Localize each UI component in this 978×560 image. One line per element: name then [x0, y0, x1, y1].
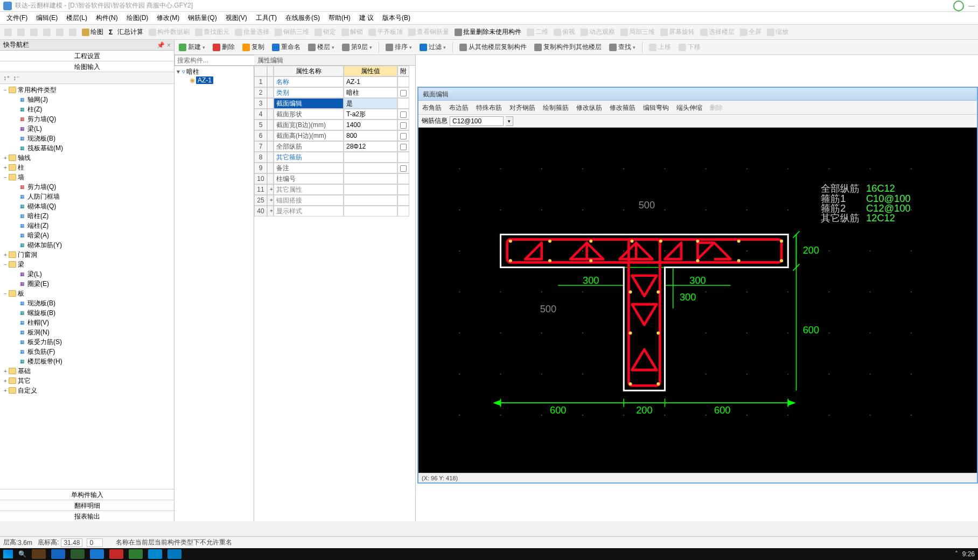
search-input[interactable] — [174, 55, 261, 66]
prop-value[interactable] — [344, 152, 397, 163]
subtoolbar-新建[interactable]: 新建▾ — [177, 41, 207, 53]
minimize-icon[interactable]: — — [968, 2, 975, 10]
section-tab[interactable]: 端头伸缩 — [673, 101, 706, 114]
tree-node[interactable]: ▦端柱(Z) — [0, 221, 174, 230]
bottom-tab[interactable]: 翻样明细 — [0, 500, 174, 510]
subtoolbar-复制[interactable]: 复制 — [240, 41, 267, 53]
prop-value[interactable] — [344, 163, 397, 173]
close-panel-icon[interactable]: × — [167, 41, 171, 49]
prop-value[interactable]: 800 — [344, 130, 397, 141]
section-tab[interactable]: 特殊布筋 — [472, 101, 506, 114]
task-app-7[interactable] — [148, 549, 162, 559]
prop-value[interactable]: AZ-1 — [344, 76, 397, 87]
tray-up-icon[interactable]: ˄ — [955, 550, 958, 558]
task-app-3[interactable] — [71, 549, 85, 559]
subtoolbar-查找[interactable]: 查找▾ — [607, 41, 638, 53]
prop-checkbox[interactable] — [397, 173, 409, 184]
tree-node[interactable]: ▦柱(Z) — [0, 104, 174, 114]
subtoolbar-排序[interactable]: 排序▾ — [383, 41, 414, 53]
tree-node[interactable]: ▦轴网(J) — [0, 95, 174, 104]
toolbar-item[interactable]: 绘图 — [80, 26, 106, 38]
prop-checkbox[interactable] — [397, 109, 409, 120]
property-grid[interactable]: 属性名称属性值附1名称AZ-12类别暗柱3截面编辑是4截面形状T-a2形5截面宽… — [254, 66, 415, 216]
extra-field[interactable]: 0 — [87, 538, 103, 547]
section-canvas[interactable]: 200 600 300 300 300 600 200 600 500 500 … — [418, 128, 977, 473]
tree-node[interactable]: −梁 — [0, 260, 174, 269]
subtoolbar-楼层[interactable]: 楼层▾ — [306, 41, 337, 53]
menu-item[interactable]: 视图(V) — [221, 13, 252, 23]
section-tab[interactable]: 布角筋 — [418, 101, 445, 114]
section-tab[interactable]: 编辑弯钩 — [639, 101, 673, 114]
section-tab[interactable]: 修改箍筋 — [606, 101, 639, 114]
tree-node[interactable]: ▦现浇板(B) — [0, 134, 174, 143]
mid-root[interactable]: 暗柱 — [186, 67, 199, 76]
tree-node[interactable]: ▦砌体墙(Q) — [0, 201, 174, 211]
tree-node[interactable]: −墙 — [0, 172, 174, 182]
subtoolbar-从其他楼层复制构件[interactable]: 从其他楼层复制构件 — [457, 41, 529, 53]
tree-node[interactable]: +自定义 — [0, 386, 174, 395]
tree-node[interactable]: ▦柱帽(V) — [0, 318, 174, 327]
prop-value[interactable]: 28Φ12 — [344, 141, 397, 152]
windows-taskbar[interactable]: 🔍 ˄ 9:26 — [0, 548, 978, 560]
prop-checkbox[interactable] — [397, 195, 409, 206]
prop-value[interactable]: 暗柱 — [344, 87, 397, 98]
prop-expand[interactable]: + — [267, 206, 274, 216]
tree-node[interactable]: +柱 — [0, 163, 174, 172]
tree-node[interactable]: ▦暗梁(A) — [0, 230, 174, 240]
subtoolbar-重命名[interactable]: 重命名 — [270, 41, 303, 53]
tree-node[interactable]: ▦梁(L) — [0, 269, 174, 279]
prop-checkbox[interactable] — [397, 163, 409, 173]
tree-node[interactable]: ▦现浇板(B) — [0, 298, 174, 308]
menu-item[interactable]: 绘图(D) — [122, 13, 153, 23]
section-tab[interactable]: 绘制箍筋 — [539, 101, 572, 114]
prop-value[interactable]: 是 — [344, 98, 397, 109]
prop-checkbox[interactable] — [397, 206, 409, 216]
subtoolbar-第9层[interactable]: 第9层▾ — [340, 41, 374, 53]
bottom-tab[interactable]: 单构件输入 — [0, 489, 174, 500]
menu-item[interactable]: 帮助(H) — [324, 13, 355, 23]
subtoolbar-删除[interactable]: 删除 — [211, 41, 237, 53]
start-icon[interactable] — [3, 550, 13, 558]
tree-node[interactable]: ▦剪力墙(Q) — [0, 182, 174, 192]
tab-project-settings[interactable]: 工程设置 — [0, 51, 174, 61]
prop-checkbox[interactable] — [397, 141, 409, 152]
tree-node[interactable]: ▦板负筋(F) — [0, 347, 174, 356]
prop-value[interactable]: 1400 — [344, 120, 397, 130]
prop-value[interactable]: T-a2形 — [344, 109, 397, 120]
task-app-1[interactable] — [32, 549, 46, 559]
task-app-6[interactable] — [129, 549, 143, 559]
tree-node[interactable]: ▦人防门框墙 — [0, 192, 174, 201]
tree-node[interactable]: ▦剪力墙(Q) — [0, 114, 174, 124]
menu-item[interactable]: 文件(F) — [2, 13, 32, 23]
prop-checkbox[interactable] — [397, 76, 409, 87]
section-tab[interactable]: 修改纵筋 — [572, 101, 606, 114]
prop-value[interactable] — [344, 206, 397, 216]
toolbar-item[interactable]: Σ汇总计算 — [107, 26, 145, 38]
mid-selected[interactable]: AZ-1 — [196, 76, 213, 84]
bottom-elev-value[interactable]: 31.48 — [61, 538, 82, 547]
task-app-4[interactable] — [90, 549, 104, 559]
component-tree[interactable]: −常用构件类型▦轴网(J)▦柱(Z)▦剪力墙(Q)▦梁(L)▦现浇板(B)▦筏板… — [0, 84, 174, 489]
tree-node[interactable]: ▦板洞(N) — [0, 327, 174, 337]
rebar-input[interactable] — [450, 116, 504, 126]
prop-checkbox[interactable] — [397, 130, 409, 141]
tree-node[interactable]: ▦螺旋板(B) — [0, 308, 174, 318]
subtoolbar-过滤[interactable]: 过滤▾ — [417, 41, 448, 53]
section-tab[interactable]: 布边筋 — [445, 101, 472, 114]
menu-item[interactable]: 在线服务(S) — [281, 13, 324, 23]
tree-node[interactable]: ▦梁(L) — [0, 124, 174, 134]
menu-item[interactable]: 编辑(E) — [32, 13, 62, 23]
menu-item[interactable]: 构件(N) — [92, 13, 122, 23]
pin-icon[interactable]: 📌 — [157, 41, 165, 49]
task-app-5[interactable] — [109, 549, 123, 559]
tree-node[interactable]: +其它 — [0, 376, 174, 386]
task-app-2[interactable] — [51, 549, 65, 559]
tree-node[interactable]: ▦板受力筋(S) — [0, 337, 174, 347]
section-tab[interactable]: 对齐钢筋 — [506, 101, 539, 114]
search-taskbar-icon[interactable]: 🔍 — [18, 550, 26, 558]
menu-item[interactable]: 建 议 — [355, 13, 378, 23]
tree-node[interactable]: ▦圈梁(E) — [0, 279, 174, 289]
tree-node[interactable]: +门窗洞 — [0, 250, 174, 260]
tree-node[interactable]: ▦暗柱(Z) — [0, 211, 174, 221]
prop-value[interactable] — [344, 184, 397, 195]
